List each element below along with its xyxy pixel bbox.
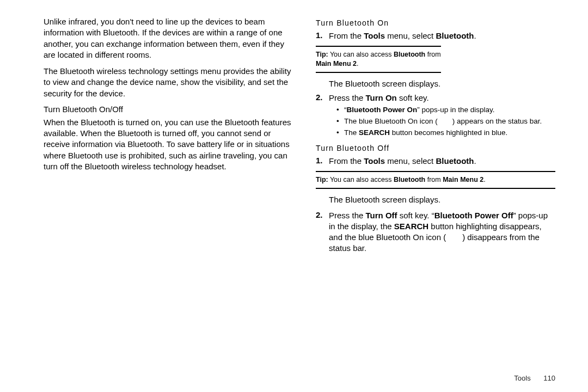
- bullet-text: The blue Bluetooth On icon ( ) appears o…: [344, 117, 555, 126]
- tip-text: Tip: You can also access Bluetooth from …: [316, 50, 441, 69]
- text-frag: You can also access: [328, 51, 394, 58]
- text-frag: from: [425, 176, 443, 183]
- text-frag: You can also access: [328, 176, 394, 183]
- bold-text: Bluetooth Power Off: [434, 211, 513, 220]
- right-column: Turn Bluetooth On 1. From the Tools menu…: [316, 16, 555, 259]
- turn-on-step-2: 2. Press the Turn On soft key. • “Blueto…: [316, 93, 555, 139]
- text-frag: From the: [329, 156, 364, 166]
- turn-on-steps: 1. From the Tools menu, select Bluetooth…: [316, 30, 555, 41]
- step-text: Press the Turn Off soft key. “Bluetooth …: [329, 210, 555, 254]
- turn-bluetooth-off-head: Turn Bluetooth Off: [316, 144, 555, 152]
- bold-text: Tip:: [316, 51, 328, 58]
- list-marker: 1.: [316, 156, 329, 165]
- text-frag: menu, select: [385, 156, 436, 166]
- bullet-item: • The blue Bluetooth On icon ( ) appears…: [336, 117, 555, 126]
- turn-off-steps-cont: 2. Press the Turn Off soft key. “Bluetoo…: [316, 210, 555, 254]
- footer-page-number: 110: [543, 374, 555, 382]
- on-after-tip-text: The Bluetooth screen displays.: [329, 78, 443, 89]
- bold-text: SEARCH: [394, 222, 428, 231]
- bullet-text: “Bluetooth Power On” pops-up in the disp…: [344, 105, 555, 115]
- text-frag: button becomes highlighted in blue.: [390, 128, 507, 137]
- on-step2-bullets: • “Bluetooth Power On” pops-up in the di…: [329, 105, 555, 138]
- left-subhead: Turn Bluetooth On/Off: [44, 105, 294, 114]
- tip-text: Tip: You can also access Bluetooth from …: [316, 175, 555, 185]
- footer-section: Tools: [514, 374, 530, 382]
- bullet-item: • “Bluetooth Power On” pops-up in the di…: [336, 105, 555, 115]
- turn-bluetooth-on-head: Turn Bluetooth On: [316, 19, 555, 27]
- bullet-dot-icon: •: [336, 105, 344, 115]
- text-frag: ” pops-up in the display.: [417, 106, 494, 114]
- text-frag: The: [344, 128, 359, 137]
- turn-off-steps: 1. From the Tools menu, select Bluetooth…: [316, 156, 555, 167]
- step-text: Press the Turn On soft key. • “Bluetooth…: [329, 93, 555, 139]
- bold-text: Turn Off: [366, 211, 397, 220]
- text-frag: menu, select: [385, 31, 436, 40]
- left-para-1: Unlike infrared, you don't need to line …: [44, 16, 294, 60]
- bold-text: Bluetooth: [436, 156, 474, 166]
- left-para-3: When the Bluetooth is turned on, you can…: [44, 117, 294, 172]
- text-frag: From the: [329, 31, 364, 40]
- step-text: From the Tools menu, select Bluetooth.: [329, 156, 555, 167]
- list-marker: 2.: [316, 93, 329, 102]
- bold-text: Main Menu 2: [316, 60, 357, 68]
- text-frag: Press the: [329, 93, 366, 102]
- text-frag: soft key. “: [397, 211, 434, 220]
- tip-box-2: Tip: You can also access Bluetooth from …: [316, 171, 555, 189]
- turn-off-step-1: 1. From the Tools menu, select Bluetooth…: [316, 156, 555, 167]
- bullet-dot-icon: •: [336, 117, 344, 126]
- text-frag: from: [425, 51, 440, 58]
- text-frag: .: [474, 156, 476, 166]
- left-column: Unlike infrared, you don't need to line …: [44, 16, 294, 259]
- bold-text: Tools: [364, 156, 385, 166]
- turn-on-step-1: 1. From the Tools menu, select Bluetooth…: [316, 30, 555, 41]
- text-frag: soft key.: [397, 93, 429, 102]
- text-frag: .: [483, 176, 485, 183]
- page-spread: Unlike infrared, you don't need to line …: [0, 0, 588, 270]
- page-footer: Tools 110: [514, 374, 555, 382]
- bold-text: Bluetooth: [436, 31, 474, 40]
- text-frag: .: [474, 31, 476, 40]
- turn-off-step-2: 2. Press the Turn Off soft key. “Bluetoo…: [316, 210, 555, 254]
- bullet-text: The SEARCH button becomes highlighted in…: [344, 128, 555, 138]
- list-marker: 2.: [316, 210, 329, 219]
- bold-text: Bluetooth Power On: [347, 106, 418, 114]
- bold-text: Turn On: [366, 93, 397, 102]
- bold-text: Bluetooth: [394, 176, 425, 183]
- bold-text: Bluetooth: [394, 51, 425, 58]
- off-after-tip-text: The Bluetooth screen displays.: [329, 194, 555, 205]
- bold-text: Tools: [364, 31, 385, 40]
- turn-on-steps-cont: 2. Press the Turn On soft key. • “Blueto…: [316, 93, 555, 139]
- bullet-dot-icon: •: [336, 128, 344, 138]
- text-frag: .: [357, 60, 358, 68]
- step-text: From the Tools menu, select Bluetooth.: [329, 30, 555, 41]
- bullet-item: • The SEARCH button becomes highlighted …: [336, 128, 555, 138]
- bold-text: Tip:: [316, 176, 328, 183]
- bold-text: SEARCH: [359, 128, 390, 137]
- tip-box-1: Tip: You can also access Bluetooth from …: [316, 46, 441, 73]
- left-para-2: The Bluetooth wireless technology settin…: [44, 66, 294, 99]
- bold-text: Main Menu 2: [443, 176, 483, 183]
- text-frag: Press the: [329, 211, 366, 220]
- list-marker: 1.: [316, 30, 329, 40]
